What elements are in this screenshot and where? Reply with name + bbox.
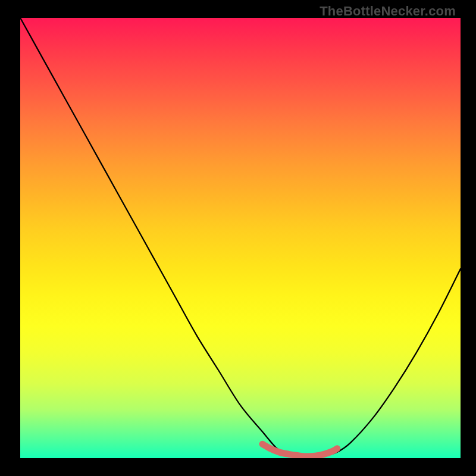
- plot-area: [20, 18, 461, 458]
- watermark-text: TheBottleNecker.com: [320, 4, 456, 19]
- bottleneck-curve-line: [20, 18, 461, 456]
- chart-svg: [20, 18, 461, 458]
- chart-container: TheBottleNecker.com: [0, 0, 476, 476]
